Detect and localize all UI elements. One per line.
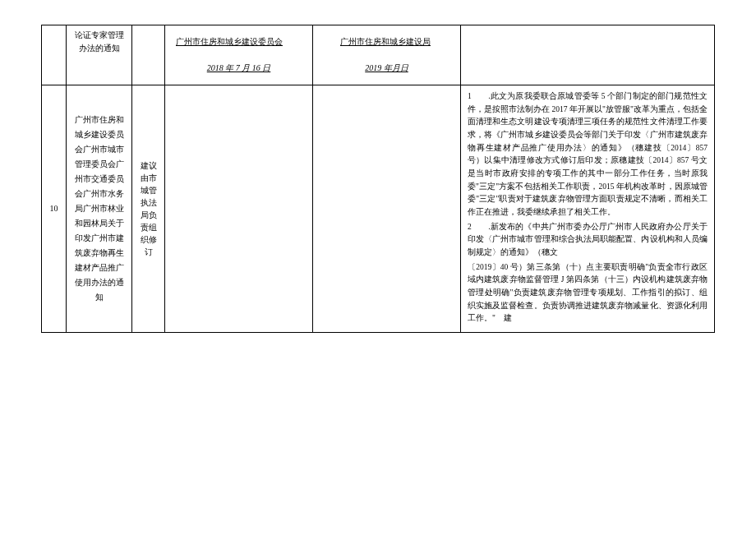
org2-name: 广州市住房和城乡建设局: [318, 35, 455, 48]
row1-remark: [461, 25, 715, 85]
table-row: 10 广州市住房和城乡建设委员会广州市城市管理委员会广州市交通委员会广州市水务局…: [42, 85, 715, 333]
org1-date: 2018 年 7 月 16 日: [170, 62, 307, 75]
table-row: 论证专家管理办法的通知 广州市住房和城乡建设委员会 2018 年 7 月 16 …: [42, 25, 715, 85]
row1-title: 论证专家管理办法的通知: [67, 25, 132, 85]
remark-paragraph-3: 〔2019〕40 号）第三条第（十）点主要职责明确"负责全市行政区域内建筑废弃物…: [468, 261, 708, 325]
row2-org2: [313, 85, 461, 333]
row1-suggest: [132, 25, 165, 85]
row2-suggest: 建议由市城管执法局负责组织修订: [132, 85, 165, 333]
row2-num: 10: [42, 85, 67, 333]
row2-remark: 1 .此文为原我委联合原城管委等 5 个部门制定的部门规范性文件，是按照市法制办…: [461, 85, 715, 333]
row1-num: [42, 25, 67, 85]
remark-paragraph-1: 1 .此文为原我委联合原城管委等 5 个部门制定的部门规范性文件，是按照市法制办…: [468, 90, 708, 219]
org2-date: 2019 年月日: [318, 62, 455, 75]
vertical-suggest-text: 建议由市城管执法局负责组织修订: [137, 159, 159, 258]
row2-title: 广州市住房和城乡建设委员会广州市城市管理委员会广州市交通委员会广州市水务局广州市…: [67, 85, 132, 333]
org1-name: 广州市住房和城乡建设委员会: [170, 35, 307, 48]
row1-org2: 广州市住房和城乡建设局 2019 年月日: [313, 25, 461, 85]
remark-paragraph-2: 2 .新发布的《中共广州市委办公厅广州市人民政府办公厅关于印发〈广州市城市管理和…: [468, 221, 708, 260]
row1-org1: 广州市住房和城乡建设委员会 2018 年 7 月 16 日: [165, 25, 313, 85]
row2-org1: [165, 85, 313, 333]
